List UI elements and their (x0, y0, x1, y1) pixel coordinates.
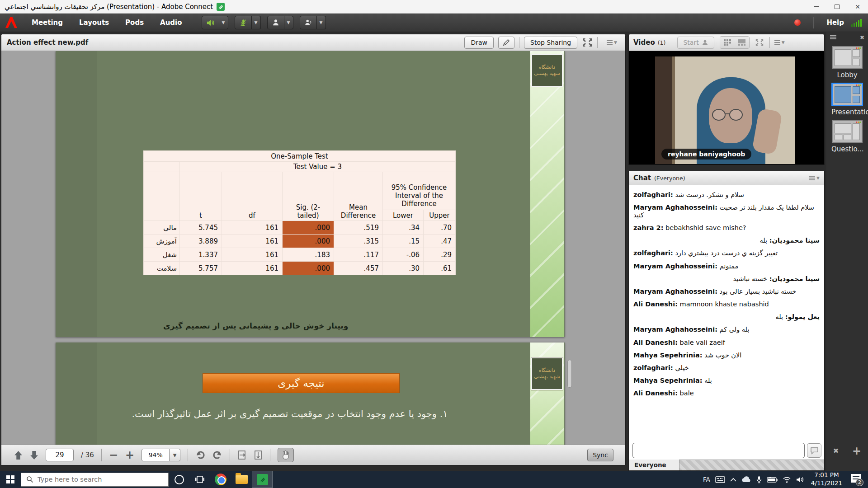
tray-chevron-icon[interactable] (730, 478, 736, 482)
search-input[interactable] (38, 476, 151, 483)
chrome-taskbar-button[interactable] (210, 471, 231, 488)
start-webcam-button[interactable]: Start (677, 37, 714, 49)
layouts-sidebar: ✖ Lobby Presentation (826, 32, 868, 471)
webcam-dropdown[interactable]: ▼ (284, 16, 293, 29)
glasses-icon (712, 109, 726, 121)
zoom-level-select[interactable]: 94% ▼ (142, 449, 180, 461)
taskbar-clock[interactable]: 7:01 PM 4/11/2021 (811, 471, 842, 487)
layout-item-questions[interactable]: Questio... (831, 120, 863, 153)
layout-label: Questio... (831, 145, 863, 153)
layout-label: Presentation (831, 108, 863, 116)
video-pod-menu-icon[interactable]: ▼ (774, 40, 785, 45)
redo-button[interactable] (212, 450, 222, 460)
chat-input[interactable] (632, 443, 805, 458)
speaker-rights-button[interactable] (300, 16, 317, 29)
chat-message: Maryam Aghahosseini: بله ولی کم (633, 326, 820, 333)
adobe-connect-taskbar-button[interactable] (252, 471, 273, 488)
speaker-rights-dropdown[interactable]: ▼ (317, 16, 326, 29)
action-center-button[interactable]: 2 (849, 474, 863, 485)
volume-icon[interactable] (796, 476, 804, 483)
wifi-icon[interactable] (783, 476, 791, 483)
add-layout-icon[interactable]: + (852, 446, 861, 456)
chat-pod-menu-icon[interactable]: ▼ (809, 176, 820, 180)
layout-item-presentation[interactable]: Presentation (831, 83, 863, 116)
col-header-upper: Upper (424, 210, 456, 221)
chat-message: یعل یمولو: بله (633, 313, 820, 321)
minimize-button[interactable] (806, 0, 826, 13)
battery-icon[interactable] (767, 477, 778, 483)
video-fullscreen-icon[interactable] (755, 38, 764, 47)
microphone-button[interactable] (235, 16, 252, 29)
col-header-ci: 95% Confidence Interval of the Differenc… (383, 172, 456, 210)
zoom-level-value: 94% (142, 449, 170, 461)
share-pod-header[interactable]: Action effect new.pdf Draw Stop Sharing … (1, 34, 625, 51)
speaker-button[interactable] (202, 16, 219, 29)
pan-hand-tool[interactable] (278, 448, 294, 462)
layout-item-lobby[interactable]: Lobby (831, 46, 863, 79)
draw-button[interactable]: Draw (464, 37, 494, 49)
sidebar-close-icon[interactable]: ✖ (860, 34, 864, 41)
filmstrip-view-icon[interactable] (735, 37, 749, 48)
send-chat-button[interactable] (807, 443, 821, 458)
maximize-button[interactable] (826, 0, 847, 13)
undo-button[interactable] (195, 450, 205, 460)
page-number-input[interactable]: 29 (46, 449, 74, 461)
microphone-tray-icon[interactable] (756, 476, 762, 483)
chat-message: سینا محمودیان: بله (633, 237, 820, 244)
close-button[interactable]: ✕ (847, 0, 868, 13)
col-header-lower: Lower (383, 210, 424, 221)
window-title: مركز تحقيقات روانشناسي اجتماعي (Presenta… (5, 3, 213, 11)
video-pod-header[interactable]: Video (1) Start ▼ (629, 34, 824, 51)
menu-separator (196, 17, 196, 28)
taskbar-search[interactable] (21, 473, 169, 487)
tab-everyone[interactable]: Everyone (629, 460, 679, 470)
zoom-dropdown-arrow[interactable]: ▼ (170, 449, 180, 461)
adobe-connect-app-icon (217, 3, 225, 11)
sidebar-menu-icon[interactable] (830, 35, 836, 40)
sync-button[interactable]: Sync (587, 449, 613, 461)
layout-tools-icon[interactable]: ✖ (833, 447, 839, 455)
chat-message-list: zolfaghari: سلام و تشکر. درست شد Maryam … (629, 186, 824, 436)
chat-message: zolfaghari: سلام و تشکر. درست شد (633, 191, 820, 199)
cortana-button[interactable] (169, 471, 189, 488)
chat-pod-header[interactable]: Chat (Everyone) ▼ (629, 171, 824, 185)
next-page-button[interactable] (30, 450, 38, 460)
menu-item[interactable]: Pods (117, 14, 152, 32)
speaker-dropdown[interactable]: ▼ (219, 16, 228, 29)
previous-page-button[interactable] (14, 450, 23, 460)
zoom-in-button[interactable]: + (125, 450, 134, 460)
menu-item[interactable]: Audio (152, 14, 190, 32)
presentation-thumbnail-selected[interactable] (832, 83, 863, 106)
file-explorer-button[interactable] (231, 471, 252, 488)
slide-page-29: دانشگاه شهید بهشتی One-Sample Test Test … (56, 51, 565, 337)
help-menu[interactable]: Help (826, 19, 844, 27)
zoom-out-button[interactable]: − (109, 450, 118, 460)
table-title: One-Sample Test (144, 151, 456, 162)
document-scrollbar-thumb[interactable] (567, 360, 572, 388)
fullscreen-icon[interactable] (582, 38, 593, 47)
stop-sharing-button[interactable]: Stop Sharing (524, 37, 577, 49)
onedrive-cloud-icon[interactable] (741, 476, 751, 483)
menu-item[interactable]: Layouts (71, 14, 117, 32)
document-view[interactable]: دانشگاه شهید بهشتی One-Sample Test Test … (1, 51, 625, 445)
webcam-button[interactable] (267, 16, 284, 29)
fit-page-icon[interactable] (254, 450, 263, 460)
language-indicator[interactable]: FA (703, 476, 710, 483)
time-label: 7:01 PM (811, 471, 842, 479)
chat-message: Mahya Sepehrinia: الان خوب شد (633, 352, 820, 359)
connection-signal-icon[interactable] (851, 19, 862, 27)
start-button[interactable] (0, 471, 21, 488)
microphone-dropdown[interactable]: ▼ (252, 16, 261, 29)
lobby-thumbnail[interactable] (832, 46, 863, 69)
share-pod-menu-icon[interactable]: ▼ (607, 40, 617, 45)
notification-badge: 2 (856, 479, 863, 486)
grid-view-icon[interactable] (720, 37, 735, 48)
menu-item[interactable]: Meeting (24, 14, 71, 32)
pen-tool-button[interactable] (498, 37, 514, 49)
chat-scope: (Everyone) (654, 175, 685, 182)
task-view-button[interactable] (189, 471, 210, 488)
fit-width-icon[interactable] (237, 450, 246, 460)
questions-thumbnail[interactable] (832, 120, 863, 143)
touch-keyboard-icon[interactable] (715, 476, 725, 483)
table-row: آموزش 3.889 161 .000 .315 .15 .47 (144, 235, 456, 248)
